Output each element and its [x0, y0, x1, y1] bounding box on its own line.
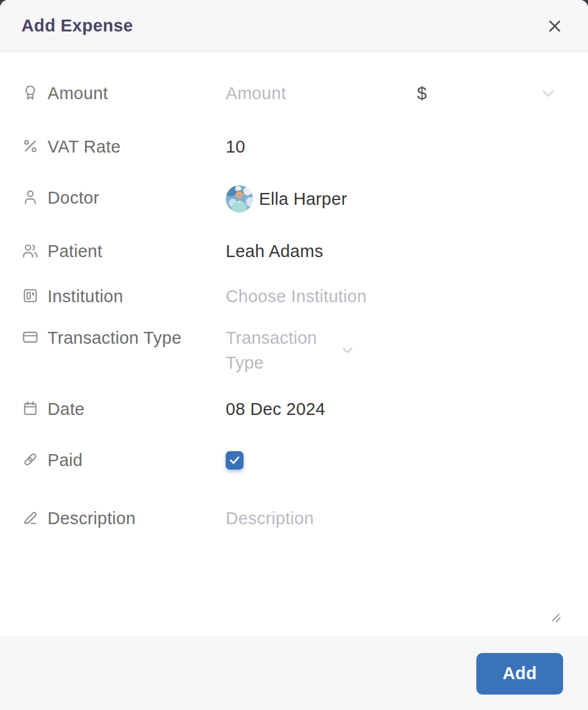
chevron-down-icon[interactable]	[538, 83, 558, 103]
link-icon	[21, 451, 39, 468]
doctor-row: Doctor	[21, 185, 559, 213]
modal-header: Add Expense	[0, 0, 588, 52]
credit-card-icon	[21, 328, 39, 346]
date-picker[interactable]: 08 Dec 2024	[226, 397, 559, 421]
resize-grip-icon[interactable]	[551, 613, 562, 623]
institution-label: Institution	[21, 284, 200, 309]
user-icon	[21, 188, 39, 206]
patient-select[interactable]: Leah Adams	[226, 239, 559, 264]
doctor-label: Doctor	[21, 185, 200, 210]
currency-symbol: $	[417, 81, 427, 106]
patient-label: Patient	[21, 239, 200, 264]
percent-icon	[21, 137, 39, 155]
amount-row: Amount Amount $	[21, 81, 559, 106]
description-label: Description	[21, 506, 200, 531]
vat-rate-row: VAT Rate 10	[21, 134, 559, 159]
modal-title: Add Expense	[21, 16, 133, 36]
patient-row: Patient Leah Adams	[21, 239, 559, 264]
close-button[interactable]	[544, 15, 565, 37]
date-label: Date	[21, 397, 200, 421]
pen-icon	[21, 509, 39, 527]
award-icon	[21, 84, 39, 102]
date-row: Date 08 Dec 2024	[21, 397, 559, 421]
transaction-type-select[interactable]: Transaction Type	[226, 325, 559, 375]
transaction-type-placeholder: Transaction Type	[226, 325, 339, 375]
institution-placeholder: Choose Institution	[226, 284, 367, 309]
doctor-select[interactable]: Ella Harper	[226, 185, 559, 213]
patient-name: Leah Adams	[226, 239, 323, 264]
check-icon	[228, 454, 241, 467]
institution-row: Institution Choose Institution	[21, 284, 559, 309]
transaction-type-row: Transaction Type Transaction Type	[21, 325, 559, 375]
amount-label: Amount	[21, 81, 200, 106]
description-placeholder: Description	[226, 506, 314, 531]
doctor-name: Ella Harper	[259, 186, 347, 211]
paid-label: Paid	[21, 448, 200, 473]
institution-select[interactable]: Choose Institution	[226, 284, 559, 309]
paid-checkbox[interactable]	[226, 451, 244, 470]
add-button[interactable]: Add	[476, 653, 563, 695]
building-icon	[21, 287, 39, 305]
add-expense-modal: Add Expense Amount Amount	[0, 0, 588, 710]
date-value: 08 Dec 2024	[226, 397, 325, 421]
close-icon	[545, 17, 564, 36]
users-icon	[21, 242, 39, 259]
paid-row: Paid	[21, 448, 559, 473]
chevron-down-icon	[339, 341, 356, 359]
description-row: Description Description	[21, 506, 559, 531]
description-textarea[interactable]: Description	[226, 506, 559, 531]
doctor-avatar	[226, 185, 253, 213]
amount-input[interactable]: Amount	[226, 81, 417, 106]
vat-rate-label: VAT Rate	[21, 134, 200, 159]
calendar-icon	[21, 400, 39, 417]
vat-rate-input[interactable]: 10	[226, 134, 245, 159]
transaction-type-label: Transaction Type	[21, 325, 200, 350]
expense-form: Amount Amount $	[0, 52, 588, 636]
modal-footer: Add	[0, 636, 588, 710]
